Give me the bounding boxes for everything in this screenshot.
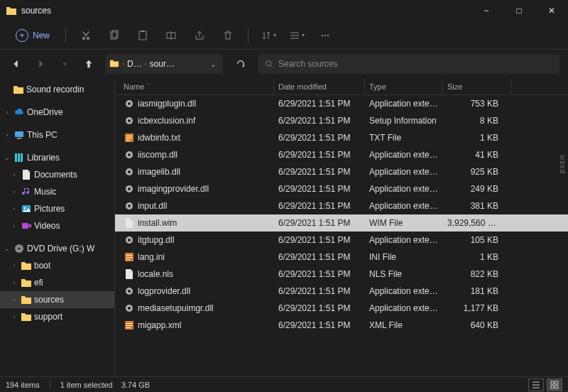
folder-icon xyxy=(21,311,32,322)
share-button[interactable] xyxy=(188,25,211,46)
address-bar[interactable]: › D… › sour… ⌄ xyxy=(105,54,223,74)
file-icon xyxy=(124,285,135,297)
file-size: 1 KB xyxy=(443,133,511,143)
file-row[interactable]: lang.ini6/29/2021 1:51 PMINI File1 KB xyxy=(115,249,568,266)
nav-sound-recordin[interactable]: Sound recordin xyxy=(0,81,114,98)
svg-rect-18 xyxy=(139,31,146,40)
file-row[interactable]: install.wim6/29/2021 1:51 PMWIM File3,92… xyxy=(115,214,568,232)
chevron-icon: › xyxy=(10,296,18,303)
column-header-size[interactable]: Size xyxy=(443,78,511,94)
search-icon xyxy=(264,59,274,69)
folder-icon xyxy=(21,260,32,271)
file-row[interactable]: input.dll6/29/2021 1:51 PMApplication ex… xyxy=(115,197,568,214)
delete-button[interactable] xyxy=(217,25,239,46)
view-button[interactable]: ▾ xyxy=(285,25,308,46)
file-date: 6/29/2021 1:51 PM xyxy=(274,286,365,296)
file-size: 249 KB xyxy=(443,184,511,194)
file-size: 8 KB xyxy=(443,116,511,126)
chevron-down-icon[interactable]: ⌄ xyxy=(207,60,219,68)
file-name: idwbinfo.txt xyxy=(138,133,180,143)
separator xyxy=(50,380,50,390)
column-headers: Name ˄ Date modified Type Size xyxy=(115,78,568,95)
refresh-button[interactable] xyxy=(230,53,251,75)
nav-support[interactable]: › support xyxy=(0,308,114,325)
file-row[interactable]: itgtupg.dll6/29/2021 1:51 PMApplication … xyxy=(115,232,568,249)
svg-rect-30 xyxy=(555,386,558,388)
chevron-icon: › xyxy=(10,188,18,195)
paste-button[interactable] xyxy=(131,25,154,46)
library-icon xyxy=(13,152,25,163)
chevron-icon: › xyxy=(3,131,11,138)
rename-button[interactable] xyxy=(160,25,182,46)
plus-icon: + xyxy=(16,29,28,42)
file-row[interactable]: imagingprovider.dll6/29/2021 1:51 PMAppl… xyxy=(115,180,568,197)
search-input[interactable]: Search sources xyxy=(258,54,559,74)
view-thumbnails-button[interactable] xyxy=(547,379,562,391)
file-name: mediasetupuimgr.dll xyxy=(138,303,214,313)
sort-button[interactable]: ▾ xyxy=(257,25,280,46)
file-date: 6/29/2021 1:51 PM xyxy=(274,150,365,160)
file-row[interactable]: imagelib.dll6/29/2021 1:51 PMApplication… xyxy=(115,163,568,180)
videos-icon xyxy=(21,220,32,232)
more-button[interactable] xyxy=(314,25,337,46)
nav-libraries[interactable]: ⌄ Libraries xyxy=(0,149,114,166)
file-row[interactable]: migapp.xml6/29/2021 1:51 PMXML File640 K… xyxy=(115,317,568,334)
nav-efi[interactable]: › efi xyxy=(0,274,114,291)
file-row[interactable]: iasmigplugin.dll6/29/2021 1:51 PMApplica… xyxy=(115,95,568,112)
minimize-button[interactable]: − xyxy=(470,0,503,21)
breadcrumb-segment[interactable]: D… xyxy=(127,59,142,69)
file-type: Setup Information xyxy=(365,116,443,126)
file-name: itgtupg.dll xyxy=(138,235,174,245)
nav-music[interactable]: › Music xyxy=(0,183,114,200)
file-type: NLS File xyxy=(365,269,443,279)
copy-button[interactable] xyxy=(103,25,126,46)
new-button[interactable]: + New xyxy=(9,26,57,45)
main-area: Sound recordin › OneDrive › This PC ⌄ Li… xyxy=(0,78,568,376)
nav-dvd-drive[interactable]: ⌄ DVD Drive (G:) W xyxy=(0,240,114,257)
close-button[interactable]: ✕ xyxy=(535,0,568,21)
cut-button[interactable] xyxy=(75,25,97,46)
back-button[interactable] xyxy=(6,53,27,75)
file-icon xyxy=(124,183,135,195)
nav-sources[interactable]: › sources xyxy=(0,291,114,308)
file-icon xyxy=(124,149,135,160)
nav-documents[interactable]: › Documents xyxy=(0,166,114,183)
column-header-type[interactable]: Type xyxy=(365,78,443,94)
file-row[interactable]: locale.nls6/29/2021 1:51 PMNLS File822 K… xyxy=(115,266,568,283)
nav-this-pc[interactable]: › This PC xyxy=(0,126,114,143)
column-header-date[interactable]: Date modified xyxy=(274,78,365,94)
nav-onedrive[interactable]: › OneDrive xyxy=(0,104,114,121)
file-row[interactable]: iiscomp.dll6/29/2021 1:51 PMApplication … xyxy=(115,146,568,163)
window-title: sources xyxy=(21,6,51,16)
view-details-button[interactable] xyxy=(528,379,544,391)
file-row[interactable]: logprovider.dll6/29/2021 1:51 PMApplicat… xyxy=(115,283,568,300)
file-icon xyxy=(124,251,135,263)
nav-pictures[interactable]: › Pictures xyxy=(0,200,114,217)
file-type: Application exten… xyxy=(365,184,443,194)
recent-button[interactable]: ▾ xyxy=(54,53,75,75)
nav-videos[interactable]: › Videos xyxy=(0,217,114,234)
file-size: 822 KB xyxy=(443,269,511,279)
file-icon xyxy=(124,132,135,143)
navigation-pane: Sound recordin › OneDrive › This PC ⌄ Li… xyxy=(0,78,115,376)
file-name: migapp.xml xyxy=(138,320,181,330)
watermark: wsxd xyxy=(559,155,567,174)
file-size: 925 KB xyxy=(443,167,511,177)
chevron-icon: › xyxy=(10,222,18,229)
breadcrumb-segment[interactable]: sour… xyxy=(150,59,175,69)
column-header-name[interactable]: Name ˄ xyxy=(119,78,274,94)
file-date: 6/29/2021 1:51 PM xyxy=(274,218,365,228)
file-row[interactable]: idwbinfo.txt6/29/2021 1:51 PMTXT File1 K… xyxy=(115,129,568,146)
file-icon xyxy=(124,166,135,178)
file-name: imagelib.dll xyxy=(138,167,180,177)
file-row[interactable]: mediasetupuimgr.dll6/29/2021 1:51 PMAppl… xyxy=(115,300,568,317)
nav-boot[interactable]: › boot xyxy=(0,257,114,274)
file-icon xyxy=(124,200,135,212)
maximize-button[interactable]: □ xyxy=(503,0,535,21)
forward-button[interactable] xyxy=(30,53,51,75)
file-row[interactable]: icbexclusion.inf6/29/2021 1:51 PMSetup I… xyxy=(115,112,568,129)
status-size: 3.74 GB xyxy=(121,381,150,389)
chevron-icon: › xyxy=(10,171,18,178)
status-bar: 194 items 1 item selected 3.74 GB xyxy=(0,376,568,392)
up-button[interactable] xyxy=(78,53,99,75)
